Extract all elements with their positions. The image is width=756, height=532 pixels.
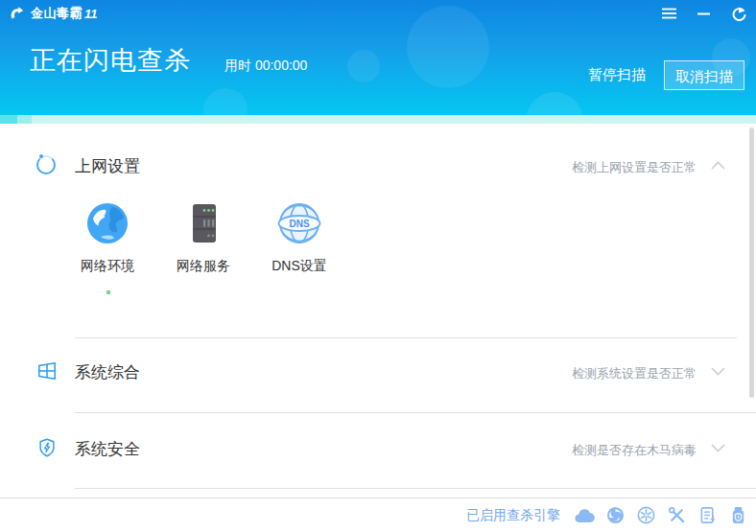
- spinner-icon: [36, 155, 56, 174]
- section-status: 检测是否存在木马病毒: [572, 442, 697, 459]
- item-label: 网络服务: [177, 258, 230, 275]
- chevron-down-icon[interactable]: [711, 367, 725, 376]
- section-status: 检测上网设置是否正常: [572, 159, 697, 176]
- menu-icon[interactable]: [658, 3, 679, 24]
- list-item: 网络服务: [155, 200, 251, 275]
- scrollbar-thumb[interactable]: [749, 127, 754, 398]
- tools-engine-icon[interactable]: [667, 505, 687, 525]
- scan-results-panel: 上网设置 检测上网设置是否正常 网络环境: [0, 124, 756, 498]
- shield-bolt-icon: [36, 437, 58, 458]
- list-item: 网络环境: [59, 200, 155, 275]
- globe-icon: [84, 200, 130, 246]
- elapsed-time: 用时 00:00:00: [224, 58, 307, 75]
- section-title: 系统综合: [75, 361, 140, 383]
- item-label: DNS设置: [272, 258, 327, 275]
- engines-enabled-label: 已启用查杀引擎: [466, 507, 560, 524]
- titlebar: 金山毒霸 11: [0, 0, 756, 27]
- divider: [75, 412, 756, 413]
- minimize-icon[interactable]: [693, 3, 714, 24]
- server-icon: [182, 200, 224, 246]
- header-banner: 金山毒霸 11 正在闪电查杀 用时 00:00:00 暂停扫描 取消扫描: [0, 0, 756, 115]
- internet-settings-items: 网络环境 网络服务: [59, 200, 347, 275]
- back-icon[interactable]: [727, 3, 748, 24]
- section-title: 系统安全: [75, 438, 140, 460]
- elapsed-label: 用时: [224, 58, 251, 73]
- section-title: 上网设置: [75, 155, 140, 177]
- app-window: 金山毒霸 11 正在闪电查杀 用时 00:00:00 暂停扫描 取消扫描: [0, 0, 756, 532]
- section-status: 检测系统设置是否正常: [572, 365, 697, 382]
- scan-status-title: 正在闪电查杀: [30, 43, 191, 78]
- app-title: 金山毒霸: [31, 5, 83, 22]
- decor-bubble: [526, 92, 583, 115]
- app-logo-icon: [9, 6, 25, 22]
- item-label: 网络环境: [81, 258, 134, 275]
- cloud-engine-icon[interactable]: [575, 505, 595, 525]
- list-item: DNS DNS设置: [251, 200, 347, 275]
- chevron-up-icon[interactable]: [711, 161, 725, 170]
- windows-grid-icon: [36, 360, 58, 382]
- section-internet-settings[interactable]: 上网设置 检测上网设置是否正常: [0, 154, 756, 183]
- chevron-down-icon[interactable]: [711, 444, 725, 452]
- section-system-general[interactable]: 系统综合 检测系统设置是否正常: [0, 360, 756, 389]
- vortex-engine-icon[interactable]: [605, 505, 626, 525]
- dns-globe-icon: DNS: [276, 200, 322, 246]
- elapsed-value: 00:00:00: [255, 58, 308, 73]
- pause-scan-button[interactable]: 暂停扫描: [588, 66, 646, 84]
- section-system-security[interactable]: 系统安全 检测是否存在木马病毒: [0, 437, 756, 466]
- footer-bar: 已启用查杀引擎: [0, 497, 756, 532]
- decor-bubble: [347, 50, 380, 82]
- scan-progress-bar: [0, 115, 756, 124]
- decor-bubble: [203, 88, 248, 115]
- shutter-engine-icon[interactable]: [636, 505, 656, 525]
- scanning-dot: [106, 290, 110, 294]
- cancel-scan-button[interactable]: 取消扫描: [664, 60, 744, 90]
- app-version: 11: [84, 7, 98, 21]
- scan-progress-fill: [0, 115, 32, 124]
- divider: [75, 337, 737, 338]
- divider: [75, 488, 756, 489]
- log-bolt-engine-icon[interactable]: [697, 505, 718, 525]
- usb-shield-engine-icon[interactable]: [728, 505, 748, 525]
- dns-icon-text: DNS: [289, 219, 309, 229]
